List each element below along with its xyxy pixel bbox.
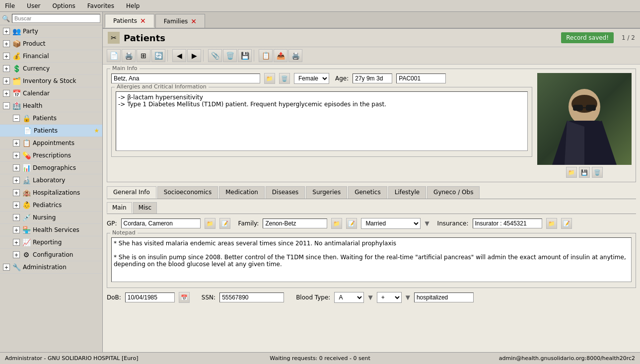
toolbar-copy[interactable]: 📋 bbox=[259, 49, 273, 62]
sidebar-item-laboratory[interactable]: + 🔬 Laboratory bbox=[0, 174, 102, 187]
expand-health-services[interactable]: + bbox=[13, 226, 20, 233]
expand-reporting[interactable]: + bbox=[13, 239, 20, 246]
toolbar-prev[interactable]: ◀ bbox=[172, 49, 186, 62]
sidebar-item-patients-group[interactable]: − 🔒 Patients bbox=[0, 112, 102, 125]
expand-nursing[interactable]: + bbox=[13, 214, 20, 221]
insurance-folder-btn[interactable]: 📁 bbox=[546, 218, 557, 229]
inventory-icon: 🗂️ bbox=[12, 76, 21, 85]
toolbar-fullscreen[interactable]: ⊞ bbox=[137, 49, 150, 62]
expand-appointments[interactable]: + bbox=[13, 140, 20, 146]
toolbar-attach[interactable]: 📎 bbox=[208, 49, 222, 62]
family-input[interactable] bbox=[263, 218, 327, 228]
dob-calendar-btn[interactable]: 📅 bbox=[179, 292, 190, 303]
tab-socioeconomics[interactable]: Socioeconomics bbox=[157, 186, 218, 199]
sidebar-item-hospitalizations[interactable]: + 🏨 Hospitalizations bbox=[0, 187, 102, 199]
toolbar-export[interactable]: 📤 bbox=[274, 49, 287, 62]
sidebar-item-prescriptions[interactable]: + 💊 Prescriptions bbox=[0, 149, 102, 162]
name-row: 📁 🗑️ Female Male Age: bbox=[111, 73, 532, 84]
tab-gyneco-obs[interactable]: Gyneco / Obs bbox=[427, 186, 480, 199]
tab-lifestyle[interactable]: Lifestyle bbox=[388, 186, 426, 199]
tab-general-info[interactable]: General Info bbox=[107, 186, 156, 199]
blood-type-select[interactable]: ABABO bbox=[334, 292, 364, 303]
insurance-note-btn[interactable]: 📝 bbox=[561, 218, 572, 229]
allergies-textarea[interactable]: -> β-lactam hypersensitivity -> Type 1 D… bbox=[116, 91, 528, 151]
marital-select[interactable]: Married Single Divorced Widowed bbox=[361, 218, 421, 229]
expand-party[interactable]: + bbox=[3, 28, 10, 35]
sidebar-item-health-services[interactable]: + 🏪 Health Services bbox=[0, 224, 102, 236]
expand-hospitalizations[interactable]: + bbox=[13, 189, 20, 196]
expand-inventory[interactable]: + bbox=[3, 77, 10, 84]
gp-folder-btn[interactable]: 📁 bbox=[205, 218, 215, 229]
toolbar-print[interactable]: 🖨️ bbox=[122, 49, 136, 62]
toolbar-delete[interactable]: 🗑️ bbox=[223, 49, 237, 62]
sidebar-item-currency[interactable]: + 💲 Currency bbox=[0, 63, 102, 75]
search-input[interactable] bbox=[12, 14, 100, 23]
family-note-btn[interactable]: 📝 bbox=[346, 218, 357, 229]
sidebar-item-nursing[interactable]: + 💉 Nursing bbox=[0, 212, 102, 224]
tab-families-close[interactable]: ✕ bbox=[191, 17, 197, 25]
ssn-input[interactable] bbox=[219, 292, 284, 302]
hospitalized-input[interactable] bbox=[414, 292, 474, 302]
expand-calendar[interactable]: + bbox=[3, 90, 10, 97]
sub-tab-main[interactable]: Main bbox=[107, 202, 132, 214]
sidebar-item-patients-active[interactable]: 📄 Patients ★ bbox=[0, 125, 102, 137]
expand-currency[interactable]: + bbox=[3, 65, 10, 72]
expand-health[interactable]: − bbox=[3, 102, 10, 109]
expand-prescriptions[interactable]: + bbox=[13, 152, 20, 159]
tab-medication[interactable]: Medication bbox=[219, 186, 265, 199]
photo-save-btn[interactable]: 💾 bbox=[579, 167, 590, 178]
sidebar-item-financial[interactable]: + 💰 Financial bbox=[0, 50, 102, 63]
age-field[interactable] bbox=[353, 73, 392, 83]
sidebar-item-configuration[interactable]: + ⚙️ Configuration bbox=[0, 249, 102, 261]
toolbar-refresh[interactable]: 🔄 bbox=[151, 49, 165, 62]
expand-financial[interactable]: + bbox=[3, 53, 10, 60]
rh-select[interactable]: +- bbox=[377, 292, 402, 303]
sidebar-item-administration[interactable]: + 🔧 Administration bbox=[0, 261, 102, 274]
sub-tab-misc[interactable]: Misc bbox=[133, 202, 157, 214]
name-clear-btn[interactable]: 🗑️ bbox=[279, 73, 290, 84]
family-folder-btn[interactable]: 📁 bbox=[331, 218, 342, 229]
insurance-input[interactable] bbox=[473, 218, 542, 228]
menu-favorites[interactable]: Favorites bbox=[84, 1, 117, 10]
name-folder-btn[interactable]: 📁 bbox=[264, 73, 275, 84]
expand-demographics[interactable]: + bbox=[13, 164, 20, 171]
sidebar-item-reporting[interactable]: + 📈 Reporting bbox=[0, 236, 102, 249]
sidebar-item-inventory[interactable]: + 🗂️ Inventory & Stock bbox=[0, 75, 102, 87]
menu-file[interactable]: File bbox=[2, 1, 18, 10]
sidebar-item-demographics[interactable]: + 📊 Demographics bbox=[0, 162, 102, 174]
expand-patients-group[interactable]: − bbox=[13, 115, 20, 122]
tab-patients[interactable]: Patients ✕ bbox=[105, 14, 154, 28]
photo-clear-btn[interactable]: 🗑️ bbox=[592, 167, 603, 178]
sidebar-item-appointments[interactable]: + 📋 Appointments bbox=[0, 137, 102, 149]
toolbar-new[interactable]: 📄 bbox=[107, 49, 121, 62]
notepad-textarea[interactable]: * She has visited malaria endemic areas … bbox=[111, 237, 632, 282]
menu-help[interactable]: Help bbox=[123, 1, 142, 10]
gp-input[interactable] bbox=[121, 218, 201, 228]
toolbar-next[interactable]: ▶ bbox=[187, 49, 201, 62]
tab-families[interactable]: Families ✕ bbox=[155, 14, 205, 28]
patient-name-field[interactable] bbox=[111, 73, 260, 83]
tab-genetics[interactable]: Genetics bbox=[348, 186, 387, 199]
photo-folder-btn[interactable]: 📁 bbox=[566, 167, 577, 178]
expand-product[interactable]: + bbox=[3, 40, 10, 47]
patient-id-field[interactable] bbox=[396, 73, 446, 83]
tab-surgeries[interactable]: Surgeries bbox=[306, 186, 347, 199]
menu-options[interactable]: Options bbox=[49, 1, 78, 10]
toolbar-print2[interactable]: 🖨️ bbox=[288, 49, 302, 62]
sidebar-item-pediatrics[interactable]: + 👶 Pediatrics bbox=[0, 199, 102, 212]
toolbar-save[interactable]: 💾 bbox=[238, 49, 252, 62]
sidebar-item-calendar[interactable]: + 📅 Calendar bbox=[0, 87, 102, 100]
dob-input[interactable] bbox=[125, 292, 175, 302]
expand-laboratory[interactable]: + bbox=[13, 177, 20, 184]
sidebar-item-health[interactable]: − 🏥 Health bbox=[0, 100, 102, 112]
expand-pediatrics[interactable]: + bbox=[13, 202, 20, 209]
sidebar-item-product[interactable]: + 📦 Product bbox=[0, 38, 102, 50]
tab-patients-close[interactable]: ✕ bbox=[140, 17, 146, 25]
expand-administration[interactable]: + bbox=[3, 264, 10, 271]
gender-select[interactable]: Female Male bbox=[294, 73, 329, 84]
gp-note-btn[interactable]: 📝 bbox=[219, 218, 230, 229]
sidebar-item-party[interactable]: + 👥 Party bbox=[0, 25, 102, 38]
menu-user[interactable]: User bbox=[24, 1, 43, 10]
tab-diseases[interactable]: Diseases bbox=[266, 186, 305, 199]
expand-configuration[interactable]: + bbox=[13, 251, 20, 258]
